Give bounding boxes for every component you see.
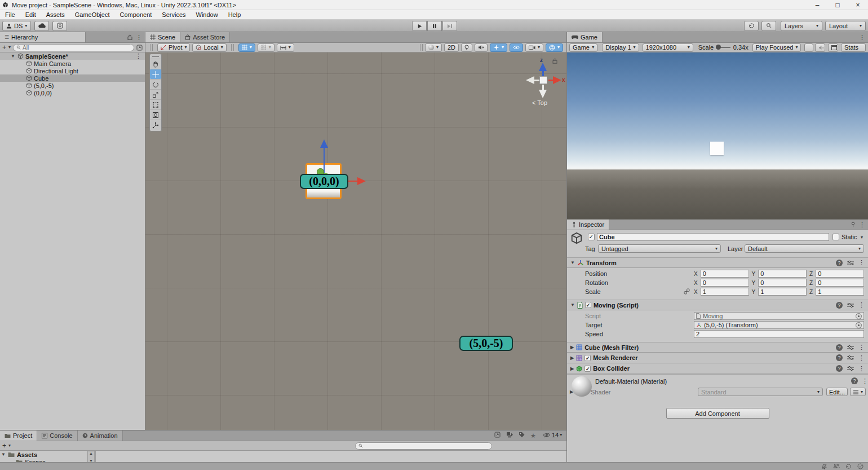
scale-z-input[interactable] [816,288,864,296]
static-checkbox[interactable] [832,234,839,240]
undo-history-button[interactable] [744,21,759,31]
mesh-filter-header[interactable]: ▶ Cube (Mesh Filter) ? ⋮ [567,342,868,353]
scale-tool[interactable] [150,89,161,99]
move-gizmo-y-arrow[interactable] [320,139,328,148]
toolbar-drag-handle[interactable] [150,44,153,51]
search-by-label-icon[interactable] [519,432,525,438]
menu-assets[interactable]: Assets [41,10,70,20]
hierarchy-row-scene[interactable]: ▼ SampleScene* ⋮ [0,52,145,60]
component-menu-icon[interactable]: ⋮ [858,354,865,362]
scroll-up-icon[interactable]: ▲ [89,451,93,455]
foldout-icon[interactable]: ▶ [570,355,574,361]
assets-folder-row[interactable]: ▼ Assets [0,451,87,458]
vsync-toggle[interactable] [804,43,813,52]
move-gizmo-x-arrow[interactable] [357,177,366,185]
component-menu-icon[interactable]: ⋮ [858,344,865,351]
snap-increment-dropdown[interactable]: ▾ [277,43,294,52]
global-search-button[interactable] [761,21,776,31]
project-tree-scrollbar[interactable]: ▲ ▼ [87,451,95,463]
position-z-input[interactable] [816,270,864,278]
open-search-window-icon[interactable] [136,45,143,51]
foldout-icon[interactable]: ▼ [10,54,16,59]
play-focused-dropdown[interactable]: Play Focused ▾ [752,43,801,52]
speed-input[interactable] [694,330,864,338]
help-icon[interactable]: ? [836,344,843,351]
cloud-button[interactable] [34,21,49,31]
mesh-renderer-header[interactable]: ▶ ✓ Mesh Renderer ? ⋮ [567,353,868,363]
stats-toggle[interactable]: Stats [841,43,866,52]
presets-icon[interactable] [847,302,854,308]
view-hand-tool[interactable] [150,59,161,69]
hierarchy-row-main-camera[interactable]: Main Camera [0,60,145,67]
create-object-button[interactable]: + [2,43,6,51]
pin-icon[interactable] [851,222,856,227]
foldout-icon[interactable]: ▼ [570,302,575,308]
help-icon[interactable]: ? [836,302,843,309]
tab-console[interactable]: Console [37,431,77,441]
tab-animation[interactable]: Animation [78,431,123,441]
resolution-dropdown[interactable]: 1920x1080 ▾ [643,43,693,52]
tab-inspector[interactable]: Inspector [567,219,609,230]
display-dropdown[interactable]: Display 1 ▾ [602,43,639,52]
foldout-icon[interactable]: ▶ [570,366,574,371]
grid-visibility-toggle[interactable]: ▾ [238,43,255,52]
object-name-input[interactable] [597,233,829,241]
create-asset-button[interactable]: + [2,442,6,450]
hierarchy-row-target[interactable]: (5,0,-5) [0,82,145,89]
scale-x-input[interactable] [701,288,749,296]
game-audio-mute-toggle[interactable] [815,43,825,52]
scene-viewport[interactable]: (0,0,0) (5,0,-5) z x < Top [145,52,566,430]
menu-gameobject[interactable]: GameObject [70,10,115,20]
maximize-button[interactable]: □ [827,0,848,10]
gizmo-x-axis-cone[interactable] [553,76,561,84]
version-control-button[interactable] [52,21,67,31]
menu-help[interactable]: Help [223,10,246,20]
presets-icon[interactable] [847,260,854,266]
tab-game[interactable]: Game [567,32,603,42]
cube-thumbnail-icon[interactable] [570,232,583,244]
transform-component-header[interactable]: ▼ Transform ? ⋮ [567,257,868,268]
tab-hierarchy[interactable]: ☰ Hierarchy [0,32,86,42]
add-component-button[interactable]: Add Component [666,408,769,419]
foldout-icon[interactable]: ▼ [1,452,6,457]
chevron-down-icon[interactable]: ▾ [8,443,11,448]
scene-lighting-toggle[interactable] [461,43,472,52]
static-flags-dropdown[interactable]: ▾ [861,235,863,240]
object-picker-icon[interactable] [856,313,862,319]
script-object-field[interactable]: Moving [694,312,864,320]
project-search[interactable] [355,442,492,450]
chevron-down-icon[interactable]: ▾ [8,45,11,50]
layers-dropdown[interactable]: Layers ▾ [781,21,822,31]
hierarchy-row-origin[interactable]: (0,0,0) [0,89,145,96]
close-button[interactable]: × [848,0,868,10]
lock-icon[interactable] [127,34,132,40]
hierarchy-search[interactable] [13,44,134,51]
transform-tool[interactable] [150,109,161,120]
foldout-icon[interactable]: ▶ [570,345,574,350]
scale-y-input[interactable] [758,288,807,296]
pause-button[interactable] [427,21,442,31]
layer-dropdown[interactable]: Default ▾ [745,244,864,253]
hierarchy-row-directional-light[interactable]: Directional Light [0,67,145,74]
gizmo-minus-z-cone[interactable] [539,90,547,98]
menu-component[interactable]: Component [114,10,157,20]
material-preview-sphere[interactable] [572,376,592,397]
tag-dropdown[interactable]: Untagged ▾ [598,244,721,253]
lock-icon[interactable] [552,58,557,64]
project-search-input[interactable] [365,443,489,449]
help-icon[interactable]: ? [836,260,843,266]
rotation-y-input[interactable] [758,279,807,287]
shading-mode-dropdown[interactable]: ▾ [425,43,442,52]
box-collider-header[interactable]: ▶ ✓ Box Collider ? ⋮ [567,363,868,374]
help-icon[interactable]: ? [851,377,858,384]
component-enabled-checkbox[interactable]: ✓ [584,355,591,361]
collab-icon[interactable] [833,463,840,469]
custom-tool[interactable] [150,120,161,130]
component-menu-icon[interactable]: ⋮ [858,365,865,372]
scene-audio-toggle[interactable] [475,43,488,52]
shader-dropdown[interactable]: Standard ▾ [698,388,823,396]
2d-toggle[interactable]: 2D [444,43,459,52]
pivot-dropdown[interactable]: Pivot ▾ [157,43,190,52]
component-menu-icon[interactable]: ⋮ [862,377,868,385]
position-y-input[interactable] [758,270,807,278]
